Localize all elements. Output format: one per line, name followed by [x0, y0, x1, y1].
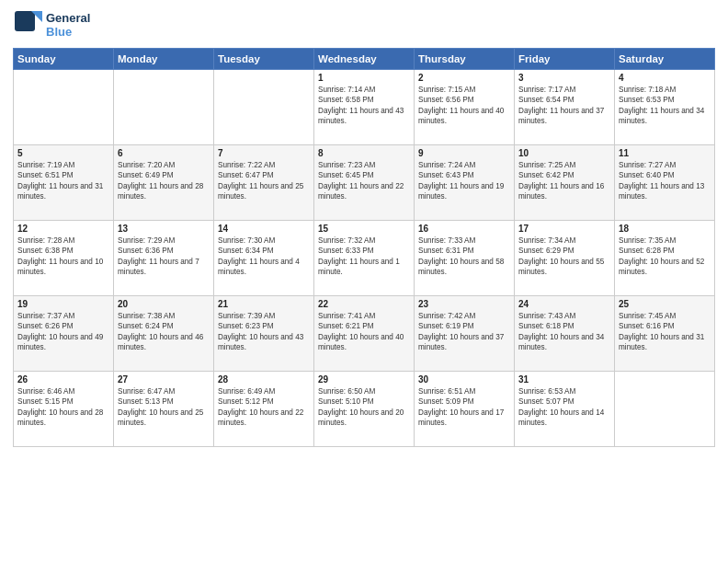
cell-info: Sunrise: 6:46 AM Sunset: 5:15 PM Dayligh…: [17, 386, 109, 429]
day-number: 26: [17, 374, 109, 385]
calendar-cell: 27Sunrise: 6:47 AM Sunset: 5:13 PM Dayli…: [114, 372, 214, 447]
calendar-cell: 13Sunrise: 7:29 AM Sunset: 6:36 PM Dayli…: [114, 221, 214, 296]
cell-info: Sunrise: 7:37 AM Sunset: 6:26 PM Dayligh…: [17, 311, 109, 353]
day-header-tuesday: Tuesday: [214, 49, 314, 70]
day-number: 20: [118, 299, 210, 309]
day-header-sunday: Sunday: [14, 49, 114, 70]
day-number: 10: [518, 148, 610, 158]
cell-info: Sunrise: 7:24 AM Sunset: 6:43 PM Dayligh…: [418, 160, 510, 202]
cell-info: Sunrise: 6:51 AM Sunset: 5:09 PM Dayligh…: [418, 386, 510, 429]
calendar-cell: 21Sunrise: 7:39 AM Sunset: 6:23 PM Dayli…: [214, 296, 314, 372]
logo-general: General: [46, 12, 90, 26]
day-header-saturday: Saturday: [615, 49, 715, 70]
cell-info: Sunrise: 7:23 AM Sunset: 6:45 PM Dayligh…: [318, 160, 410, 202]
calendar-cell: 26Sunrise: 6:46 AM Sunset: 5:15 PM Dayli…: [14, 372, 114, 447]
day-number: 15: [318, 224, 410, 234]
calendar-cell: 8Sunrise: 7:23 AM Sunset: 6:45 PM Daylig…: [314, 145, 415, 221]
day-number: 31: [518, 374, 610, 385]
week-row-2: 12Sunrise: 7:28 AM Sunset: 6:38 PM Dayli…: [14, 221, 715, 296]
calendar-cell: 18Sunrise: 7:35 AM Sunset: 6:28 PM Dayli…: [615, 221, 715, 296]
calendar-cell: 9Sunrise: 7:24 AM Sunset: 6:43 PM Daylig…: [415, 145, 515, 221]
day-number: 24: [518, 299, 610, 309]
day-number: 6: [118, 148, 210, 158]
day-number: 2: [418, 73, 510, 83]
week-row-1: 5Sunrise: 7:19 AM Sunset: 6:51 PM Daylig…: [14, 145, 715, 221]
cell-info: Sunrise: 6:50 AM Sunset: 5:10 PM Dayligh…: [318, 386, 410, 429]
cell-info: Sunrise: 7:19 AM Sunset: 6:51 PM Dayligh…: [17, 160, 109, 202]
cell-info: Sunrise: 7:45 AM Sunset: 6:16 PM Dayligh…: [619, 311, 711, 353]
cell-info: Sunrise: 7:41 AM Sunset: 6:21 PM Dayligh…: [318, 311, 410, 353]
day-number: 18: [619, 224, 711, 234]
day-number: 28: [218, 374, 310, 385]
day-number: 12: [17, 224, 109, 234]
calendar-cell: 4Sunrise: 7:18 AM Sunset: 6:53 PM Daylig…: [615, 70, 715, 145]
calendar-cell: [214, 70, 314, 145]
cell-info: Sunrise: 7:43 AM Sunset: 6:18 PM Dayligh…: [518, 311, 610, 353]
day-number: 13: [118, 224, 210, 234]
calendar-cell: 14Sunrise: 7:30 AM Sunset: 6:34 PM Dayli…: [214, 221, 314, 296]
calendar-cell: [114, 70, 214, 145]
cell-info: Sunrise: 6:47 AM Sunset: 5:13 PM Dayligh…: [118, 386, 210, 429]
cell-info: Sunrise: 7:17 AM Sunset: 6:54 PM Dayligh…: [518, 85, 610, 127]
day-number: 4: [619, 73, 711, 83]
day-number: 29: [318, 374, 410, 385]
cell-info: Sunrise: 7:34 AM Sunset: 6:29 PM Dayligh…: [518, 236, 610, 278]
day-header-friday: Friday: [515, 49, 615, 70]
calendar-cell: [14, 70, 114, 145]
calendar-cell: 15Sunrise: 7:32 AM Sunset: 6:33 PM Dayli…: [314, 221, 415, 296]
cell-info: Sunrise: 7:28 AM Sunset: 6:38 PM Dayligh…: [17, 236, 109, 278]
calendar-cell: 31Sunrise: 6:53 AM Sunset: 5:07 PM Dayli…: [515, 372, 615, 447]
day-number: 7: [218, 148, 310, 158]
day-number: 23: [418, 299, 510, 309]
cell-info: Sunrise: 6:49 AM Sunset: 5:12 PM Dayligh…: [218, 386, 310, 429]
calendar-cell: 10Sunrise: 7:25 AM Sunset: 6:42 PM Dayli…: [515, 145, 615, 221]
cell-info: Sunrise: 7:38 AM Sunset: 6:24 PM Dayligh…: [118, 311, 210, 353]
day-number: 3: [518, 73, 610, 83]
calendar-cell: [615, 372, 715, 447]
calendar-cell: 3Sunrise: 7:17 AM Sunset: 6:54 PM Daylig…: [515, 70, 615, 145]
calendar-cell: 19Sunrise: 7:37 AM Sunset: 6:26 PM Dayli…: [14, 296, 114, 372]
svg-rect-0: [15, 11, 35, 31]
calendar-cell: 11Sunrise: 7:27 AM Sunset: 6:40 PM Dayli…: [615, 145, 715, 221]
logo-blue: Blue: [46, 26, 90, 40]
day-number: 21: [218, 299, 310, 309]
logo: GeneralBlue: [13, 9, 90, 42]
day-number: 5: [17, 148, 109, 158]
logo-text: GeneralBlue: [46, 12, 90, 40]
day-number: 19: [17, 299, 109, 309]
calendar-cell: 5Sunrise: 7:19 AM Sunset: 6:51 PM Daylig…: [14, 145, 114, 221]
cell-info: Sunrise: 7:30 AM Sunset: 6:34 PM Dayligh…: [218, 236, 310, 278]
day-number: 17: [518, 224, 610, 234]
day-number: 22: [318, 299, 410, 309]
day-header-wednesday: Wednesday: [314, 49, 415, 70]
day-header-monday: Monday: [114, 49, 214, 70]
day-number: 30: [418, 374, 510, 385]
week-row-4: 26Sunrise: 6:46 AM Sunset: 5:15 PM Dayli…: [14, 372, 715, 447]
calendar-cell: 23Sunrise: 7:42 AM Sunset: 6:19 PM Dayli…: [415, 296, 515, 372]
cell-info: Sunrise: 7:18 AM Sunset: 6:53 PM Dayligh…: [619, 85, 711, 127]
cell-info: Sunrise: 7:27 AM Sunset: 6:40 PM Dayligh…: [619, 160, 711, 202]
day-number: 1: [318, 73, 410, 83]
logo-svg-icon: [13, 9, 46, 42]
cell-info: Sunrise: 7:14 AM Sunset: 6:58 PM Dayligh…: [318, 85, 410, 127]
day-header-thursday: Thursday: [415, 49, 515, 70]
calendar-cell: 16Sunrise: 7:33 AM Sunset: 6:31 PM Dayli…: [415, 221, 515, 296]
cell-info: Sunrise: 7:39 AM Sunset: 6:23 PM Dayligh…: [218, 311, 310, 353]
day-number: 14: [218, 224, 310, 234]
calendar-cell: 6Sunrise: 7:20 AM Sunset: 6:49 PM Daylig…: [114, 145, 214, 221]
calendar-cell: 25Sunrise: 7:45 AM Sunset: 6:16 PM Dayli…: [615, 296, 715, 372]
cell-info: Sunrise: 7:29 AM Sunset: 6:36 PM Dayligh…: [118, 236, 210, 278]
day-number: 8: [318, 148, 410, 158]
calendar-table: SundayMondayTuesdayWednesdayThursdayFrid…: [13, 48, 715, 447]
cell-info: Sunrise: 6:53 AM Sunset: 5:07 PM Dayligh…: [518, 386, 610, 429]
calendar-cell: 1Sunrise: 7:14 AM Sunset: 6:58 PM Daylig…: [314, 70, 415, 145]
calendar-cell: 24Sunrise: 7:43 AM Sunset: 6:18 PM Dayli…: [515, 296, 615, 372]
calendar-cell: 22Sunrise: 7:41 AM Sunset: 6:21 PM Dayli…: [314, 296, 415, 372]
week-row-3: 19Sunrise: 7:37 AM Sunset: 6:26 PM Dayli…: [14, 296, 715, 372]
calendar-cell: 17Sunrise: 7:34 AM Sunset: 6:29 PM Dayli…: [515, 221, 615, 296]
page: GeneralBlue SundayMondayTuesdayWednesday…: [0, 0, 728, 563]
cell-info: Sunrise: 7:32 AM Sunset: 6:33 PM Dayligh…: [318, 236, 410, 278]
cell-info: Sunrise: 7:33 AM Sunset: 6:31 PM Dayligh…: [418, 236, 510, 278]
cell-info: Sunrise: 7:15 AM Sunset: 6:56 PM Dayligh…: [418, 85, 510, 127]
day-number: 27: [118, 374, 210, 385]
